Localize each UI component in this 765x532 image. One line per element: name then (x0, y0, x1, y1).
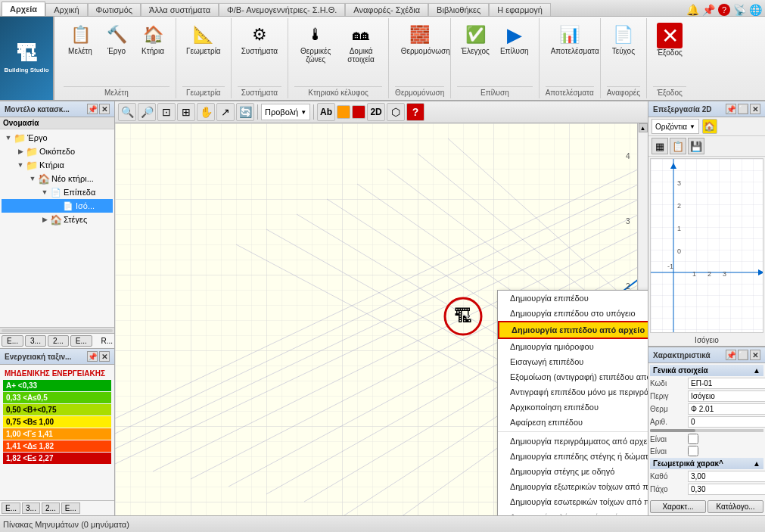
window-minimize-icon[interactable]: 🔔 (686, 4, 699, 16)
canvas[interactable]: x y z 🏗 ✕ Δημιουργία επιπέδου (115, 123, 648, 515)
toolbar-btn-color1[interactable] (337, 105, 350, 119)
ribbon-btn-domika[interactable]: 🏘 Δομικά στοιχεία (340, 20, 382, 67)
context-menu-item-2[interactable]: Δημιουργία ημιόροφου (498, 339, 648, 354)
panel-close-btn[interactable]: ✕ (99, 104, 110, 114)
ribbon-btn-geometria[interactable]: 📐 Γεωμετρία (182, 20, 225, 58)
toolbar-btn-color2[interactable] (352, 105, 365, 119)
view-dropdown-2d[interactable]: Οριζόντια ▼ (651, 119, 699, 134)
ribbon-btn-thermikes[interactable]: 🌡 Θερμικές ζώνες (294, 20, 337, 67)
toolbar-btn-unk[interactable]: ⬡ (387, 103, 405, 121)
context-menu-item-5[interactable]: Αντιγραφή επιπέδου μόνο με περιγράμματα (498, 384, 648, 400)
toolbar-btn-rotate[interactable]: 🔄 (236, 103, 254, 121)
app-tab-efarmogi[interactable]: Η εφαρμογή (489, 3, 551, 16)
ribbon-btn-epilysi[interactable]: ▶ Επίλυση (496, 20, 533, 58)
2d-toolbar-btn-1[interactable]: ▦ (651, 138, 668, 154)
toolbar-view-dropdown[interactable]: Προβολή ▼ (261, 104, 310, 120)
list-item[interactable]: ▶ 🏠 Στέγες (2, 213, 113, 226)
context-menu-item-11[interactable]: Δημιουργία εξωτερικών τοίχων από περίγρα… (498, 479, 648, 494)
expand-right-icon[interactable]: R... (101, 337, 113, 345)
props-value-arith[interactable] (688, 416, 765, 428)
energy-tab-e2[interactable]: E... (61, 502, 80, 514)
view-icon-btn[interactable]: 🏠 (702, 119, 717, 134)
list-item[interactable]: ▼ 📁 Κτήρια (2, 158, 113, 172)
list-item[interactable]: ▼ 📁 Έργο (2, 131, 113, 145)
help-icon[interactable]: ? (718, 4, 730, 16)
bottom-btn-e1[interactable]: E... (2, 335, 23, 347)
energy-tab-2[interactable]: 2... (42, 502, 60, 514)
ribbon-btn-exodos[interactable]: ✕ Έξοδος (653, 20, 686, 60)
context-menu-item-highlighted[interactable]: Δημιουργία επιπέδου από αρχείο (498, 321, 648, 339)
right-2d-pin-btn[interactable]: 📌 (726, 104, 736, 114)
app-tab-archeia[interactable]: Αρχεία (2, 2, 45, 16)
context-menu-item-6[interactable]: Αρχικοποίηση επιπέδου (498, 400, 648, 415)
context-menu-item-8[interactable]: Δημιουργία περιγράμματος από αρχείο (498, 434, 648, 449)
toolbar-btn-ab[interactable]: Ab (317, 103, 335, 121)
list-item[interactable]: ▼ 🏠 Νέο κτήρι... (2, 172, 113, 185)
app-tab-fotismos[interactable]: Φωτισμός (88, 3, 141, 16)
ribbon-btn-apotelesmata[interactable]: 📊 Αποτελέσματα (547, 20, 592, 58)
right-2d-close-btn[interactable]: ✕ (750, 104, 760, 114)
props-value-therm[interactable] (688, 403, 765, 415)
geom-section-expand-icon[interactable]: ▲ (753, 459, 760, 468)
props-pin-btn[interactable]: 📌 (726, 350, 736, 360)
context-menu-item-7[interactable]: Αφαίρεση επιπέδου (498, 415, 648, 430)
context-menu-item-9[interactable]: Δημιουργία επιπέδης στέγης ή δώματος (498, 449, 648, 464)
bottom-btn-2[interactable]: 2... (48, 335, 69, 347)
2d-canvas[interactable]: 3 2 1 0 -1 1 2 3 (650, 158, 763, 333)
list-item[interactable]: ▼ 📄 Επίπεδα (2, 185, 113, 199)
rss-icon[interactable]: 📡 (733, 4, 746, 16)
context-menu-item-12[interactable]: Δημιουργία εσωτερικών τοίχων από περίγρα… (498, 494, 648, 509)
props-catalog-btn[interactable]: Κατάλογο... (707, 500, 763, 513)
props-float-btn[interactable]: ⬜ (738, 350, 748, 360)
toolbar-btn-zoom-in[interactable]: 🔍 (118, 103, 136, 121)
ribbon-btn-elegxos[interactable]: ✅ Έλεγχος (457, 20, 493, 58)
right-2d-float-btn[interactable]: ⬜ (738, 104, 748, 114)
ribbon-btn-ergo[interactable]: 🔨 Έργο (100, 20, 133, 58)
props-chars-btn[interactable]: Χαρακτ... (650, 500, 706, 513)
energy-tab-e[interactable]: E... (2, 502, 20, 514)
props-value-pacho[interactable] (688, 484, 765, 495)
2d-toolbar-btn-2[interactable]: 📋 (670, 138, 686, 154)
pin-icon[interactable]: 📌 (702, 4, 715, 16)
app-tab-anafores[interactable]: Αναφορές- Σχέδια (345, 3, 428, 16)
ribbon-btn-thermomonosi[interactable]: 🧱 Θερμομόνωση (397, 20, 443, 58)
toolbar-btn-grid[interactable]: ⊞ (177, 103, 195, 121)
app-tab-vivliothikes[interactable]: Βιβλιοθήκες (428, 3, 489, 16)
toolbar-btn-help[interactable]: ? (406, 103, 424, 121)
app-tab-alla[interactable]: Άλλα συστήματα (141, 3, 219, 16)
toolbar-btn-pan[interactable]: ✋ (197, 103, 215, 121)
ribbon-btn-meleti[interactable]: 📋 Μελέτη (64, 20, 97, 58)
list-item[interactable]: ▶ 📁 Οικόπεδο (2, 145, 113, 158)
toolbar-btn-zoom-out[interactable]: 🔎 (138, 103, 156, 121)
bottom-btn-3[interactable]: 3... (25, 335, 46, 347)
context-menu-item-1[interactable]: Δημιουργία επιπέδου στο υπόγειο (498, 306, 648, 321)
ribbon-btn-systimata[interactable]: ⚙ Συστήματα (238, 20, 281, 58)
app-tab-archiki[interactable]: Αρχική (45, 3, 87, 16)
app-logo[interactable]: 🏗 Building Studio (0, 17, 54, 100)
context-menu-item-4[interactable]: Εξομοίωση (αντιγραφή) επιπέδου από ... (498, 369, 648, 384)
context-menu-item-0[interactable]: Δημιουργία επιπέδου (498, 291, 648, 306)
list-item[interactable]: 📄 Ισό... (2, 199, 113, 213)
props-value-perig[interactable] (688, 390, 765, 402)
props-value-katho[interactable] (688, 471, 765, 482)
ribbon-btn-ktiria[interactable]: 🏠 Κτήρια (136, 20, 169, 58)
panel-pin-btn[interactable]: 📌 (87, 104, 98, 114)
app-tab-fvb[interactable]: Φ/Β- Ανεμογεννήτριες- Σ.Η.Θ. (219, 3, 345, 16)
props-checkbox-einai1[interactable] (688, 434, 698, 444)
toolbar-btn-select[interactable]: ↗ (216, 103, 235, 121)
ribbon-btn-tevchos[interactable]: 📄 Τεύχος (607, 20, 640, 58)
bottom-btn-e2[interactable]: E... (70, 335, 92, 347)
2d-toolbar-btn-3[interactable]: 💾 (688, 138, 704, 154)
energy-panel-pin-btn[interactable]: 📌 (87, 351, 98, 362)
toolbar-btn-fit[interactable]: ⊡ (157, 103, 176, 121)
section-expand-icon[interactable]: ▲ (753, 366, 760, 375)
energy-tab-3[interactable]: 3... (22, 502, 40, 514)
props-close-btn[interactable]: ✕ (750, 350, 760, 360)
context-menu-item-10[interactable]: Δημιουργία στέγης με οδηγό (498, 464, 648, 479)
props-checkbox-einai2[interactable] (688, 446, 698, 456)
props-value-kodi[interactable] (688, 378, 765, 389)
energy-panel-close-btn[interactable]: ✕ (99, 351, 110, 362)
context-menu-item-3[interactable]: Εισαγωγή επιπέδου (498, 354, 648, 369)
toolbar-btn-2d[interactable]: 2D (367, 103, 385, 121)
globe-icon[interactable]: 🌐 (749, 4, 762, 16)
